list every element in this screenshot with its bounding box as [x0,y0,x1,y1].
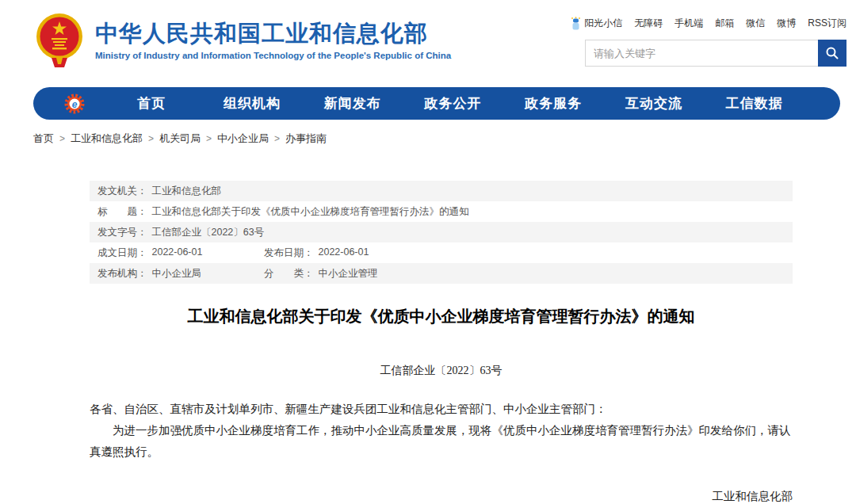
meta-value: 2022-06-01 [152,246,203,260]
nav-item-interaction[interactable]: 互动交流 [604,94,705,113]
nav-item-gov-info[interactable]: 政务公开 [403,94,503,113]
breadcrumb-separator: > [274,133,280,144]
quick-link-wechat[interactable]: 微信 [746,17,765,30]
article-signature: 工业和信息化部 2022年6月1日 [90,486,793,504]
quick-link-sunshine[interactable]: 阳光小信 [570,17,622,30]
meta-label: 发文字号： [97,226,147,239]
article-paragraph: 为进一步加强优质中小企业梯度培育工作，推动中小企业高质量发展，现将《优质中小企业… [90,420,793,463]
meta-row-title: 标 题： 工业和信息化部关于印发《优质中小企业梯度培育管理暂行办法》的通知 [90,201,793,222]
miit-gear-logo-icon: e [63,93,86,115]
mascot-icon [570,17,582,30]
quick-link-label: 无障碍 [634,17,663,30]
quick-link-accessibility[interactable]: 无障碍 [634,17,663,30]
quick-link-label: 手机端 [674,17,703,30]
meta-label: 标 题： [97,205,147,219]
breadcrumb-miit[interactable]: 工业和信息化部 [71,132,143,146]
meta-label: 发布日期： [264,246,314,260]
quick-link-label: 阳光小信 [584,17,622,30]
site-title: 中华人民共和国工业和信息化部 [95,21,451,47]
document-content: 发文机关： 工业和信息化部 标 题： 工业和信息化部关于印发《优质中小企业梯度培… [90,181,793,504]
quick-link-weibo[interactable]: 微博 [777,17,796,30]
meta-label: 发文机关： [97,185,147,198]
breadcrumb-home[interactable]: 首页 [33,132,54,146]
signature-org: 工业和信息化部 [90,486,793,504]
nav-item-organization[interactable]: 组织机构 [202,94,303,113]
quick-link-mail[interactable]: 邮箱 [715,17,734,30]
meta-row-doc-number: 发文字号： 工信部企业〔2022〕63号 [90,222,793,242]
nav-item-data[interactable]: 工信数据 [704,94,804,113]
doc-meta-table: 发文机关： 工业和信息化部 标 题： 工业和信息化部关于印发《优质中小企业梯度培… [90,181,793,284]
breadcrumb-separator: > [148,133,154,144]
quick-link-label: RSS订阅 [808,17,846,30]
breadcrumb: 首页 > 工业和信息化部 > 机关司局 > 中小企业局 > 办事指南 [33,132,327,146]
quick-links: 阳光小信 无障碍 手机端 邮箱 微信 微博 RSS订阅 [570,17,846,30]
meta-value: 工业和信息化部 [152,185,222,198]
meta-row-publisher-category: 发布机构： 中小企业局 分 类： 中小企业管理 [90,263,793,284]
meta-label: 分 类： [264,267,314,281]
quick-link-rss[interactable]: RSS订阅 [808,17,846,30]
meta-value: 工业和信息化部关于印发《优质中小企业梯度培育管理暂行办法》的通知 [152,205,469,219]
breadcrumb-departments[interactable]: 机关司局 [159,132,201,146]
article-paragraph: 各省、自治区、直辖市及计划单列市、新疆生产建设兵团工业和信息化主管部门、中小企业… [90,399,793,420]
article-title: 工业和信息化部关于印发《优质中小企业梯度培育管理暂行办法》的通知 [90,306,793,327]
meta-value: 中小企业局 [152,267,202,281]
site-subtitle: Ministry of Industry and Information Tec… [95,51,451,60]
quick-link-label: 邮箱 [715,17,734,30]
meta-row-issuing-agency: 发文机关： 工业和信息化部 [90,181,793,201]
search-icon [825,46,839,60]
svg-text:e: e [72,98,78,109]
nav-item-gov-service[interactable]: 政务服务 [503,94,604,113]
meta-value: 工信部企业〔2022〕63号 [152,226,265,239]
quick-link-label: 微信 [746,17,765,30]
search-input[interactable] [586,40,818,66]
breadcrumb-separator: > [59,133,65,144]
meta-value: 2022-06-01 [319,246,369,260]
search-button[interactable] [818,40,846,67]
nav-item-news[interactable]: 新闻发布 [302,94,403,113]
meta-label: 成文日期： [97,246,147,260]
breadcrumb-guide[interactable]: 办事指南 [285,132,327,146]
article-doc-number: 工信部企业〔2022〕63号 [90,364,793,378]
nav-item-home[interactable]: 首页 [101,94,202,113]
site-title-block: 中华人民共和国工业和信息化部 Ministry of Industry and … [95,21,451,60]
page: 中华人民共和国工业和信息化部 Ministry of Industry and … [0,0,856,504]
national-emblem-icon [33,12,86,67]
meta-value: 中小企业管理 [319,267,378,281]
main-nav: e 首页 组织机构 新闻发布 政务公开 政务服务 互动交流 工信数据 [33,87,840,120]
search-bar [585,40,846,67]
breadcrumb-separator: > [206,133,212,144]
breadcrumb-sme-bureau[interactable]: 中小企业局 [217,132,269,146]
article-body: 各省、自治区、直辖市及计划单列市、新疆生产建设兵团工业和信息化主管部门、中小企业… [90,399,793,462]
nav-items: 首页 组织机构 新闻发布 政务公开 政务服务 互动交流 工信数据 [101,94,804,113]
quick-link-mobile[interactable]: 手机端 [674,17,703,30]
meta-label: 发布机构： [97,267,147,281]
quick-link-label: 微博 [777,17,796,30]
meta-row-dates: 成文日期： 2022-06-01 发布日期： 2022-06-01 [90,242,793,263]
